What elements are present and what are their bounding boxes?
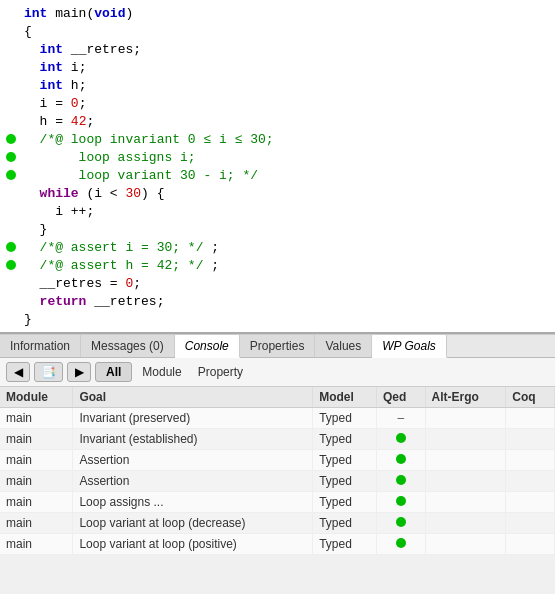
cell-goal: Invariant (preserved)	[73, 408, 313, 429]
back-icon: ◀	[14, 365, 23, 379]
back-button[interactable]: ◀	[6, 362, 30, 382]
cell-altergo	[425, 513, 506, 534]
code-text-13: }	[20, 222, 553, 237]
code-line-2: {	[0, 22, 555, 40]
col-qed: Qed	[376, 387, 425, 408]
code-line-8: /*@ loop invariant 0 ≤ i ≤ 30;	[0, 130, 555, 148]
gutter-10	[2, 170, 20, 180]
table-row: main Loop variant at loop (positive) Typ…	[0, 534, 555, 555]
gutter-8	[2, 134, 20, 144]
code-text-9: loop assigns i;	[20, 150, 553, 165]
cell-coq	[506, 408, 555, 429]
gutter-14	[2, 242, 20, 252]
code-line-15: /*@ assert h = 42; */ ;	[0, 256, 555, 274]
cell-goal: Loop variant at loop (positive)	[73, 534, 313, 555]
cell-qed	[376, 450, 425, 471]
bookmark-icon: 📑	[41, 365, 56, 379]
status-dot-15	[6, 260, 16, 270]
code-text-2: {	[20, 24, 553, 39]
code-line-11: while (i < 30) {	[0, 184, 555, 202]
cell-coq	[506, 513, 555, 534]
code-text-4: int i;	[20, 60, 553, 75]
property-label[interactable]: Property	[192, 365, 249, 379]
cell-goal: Loop assigns ...	[73, 492, 313, 513]
tab-information[interactable]: Information	[0, 335, 81, 357]
cell-coq	[506, 492, 555, 513]
qed-dot	[396, 538, 406, 548]
code-text-8: /*@ loop invariant 0 ≤ i ≤ 30;	[20, 132, 553, 147]
cell-qed	[376, 534, 425, 555]
cell-qed: –	[376, 408, 425, 429]
forward-button[interactable]: ▶	[67, 362, 91, 382]
cell-altergo	[425, 534, 506, 555]
gutter-15	[2, 260, 20, 270]
code-line-17: return __retres;	[0, 292, 555, 310]
bookmark-button[interactable]: 📑	[34, 362, 63, 382]
cell-altergo	[425, 471, 506, 492]
cell-altergo	[425, 450, 506, 471]
cell-model: Typed	[313, 429, 377, 450]
cell-module: main	[0, 471, 73, 492]
cell-coq	[506, 429, 555, 450]
cell-model: Typed	[313, 513, 377, 534]
code-line-12: i ++;	[0, 202, 555, 220]
code-line-6: i = 0;	[0, 94, 555, 112]
code-line-1: int main(void)	[0, 4, 555, 22]
code-text-7: h = 42;	[20, 114, 553, 129]
col-altergo: Alt-Ergo	[425, 387, 506, 408]
cell-goal: Loop variant at loop (decrease)	[73, 513, 313, 534]
qed-dot	[396, 517, 406, 527]
code-line-7: h = 42;	[0, 112, 555, 130]
code-line-13: }	[0, 220, 555, 238]
code-line-3: int __retres;	[0, 40, 555, 58]
cell-goal: Invariant (established)	[73, 429, 313, 450]
cell-goal: Assertion	[73, 471, 313, 492]
cell-model: Typed	[313, 450, 377, 471]
cell-altergo	[425, 492, 506, 513]
qed-dot	[396, 454, 406, 464]
tab-properties[interactable]: Properties	[240, 335, 316, 357]
code-text-1: int main(void)	[20, 6, 553, 21]
cell-model: Typed	[313, 408, 377, 429]
tab-values[interactable]: Values	[315, 335, 372, 357]
status-dot-8	[6, 134, 16, 144]
col-goal: Goal	[73, 387, 313, 408]
table-row: main Invariant (preserved) Typed –	[0, 408, 555, 429]
all-button[interactable]: All	[95, 362, 132, 382]
table-row: main Assertion Typed	[0, 450, 555, 471]
cell-coq	[506, 450, 555, 471]
cell-qed	[376, 492, 425, 513]
code-text-18: }	[20, 312, 553, 327]
qed-dot	[396, 433, 406, 443]
cell-qed	[376, 513, 425, 534]
table-row: main Invariant (established) Typed	[0, 429, 555, 450]
code-text-3: int __retres;	[20, 42, 553, 57]
dash-icon: –	[397, 411, 404, 425]
code-line-10: loop variant 30 - i; */	[0, 166, 555, 184]
tab-messages[interactable]: Messages (0)	[81, 335, 175, 357]
tab-wpgoals[interactable]: WP Goals	[372, 335, 447, 358]
code-line-16: __retres = 0;	[0, 274, 555, 292]
table-row: main Assertion Typed	[0, 471, 555, 492]
tab-bar: Information Messages (0) Console Propert…	[0, 335, 555, 358]
cell-module: main	[0, 492, 73, 513]
module-label[interactable]: Module	[136, 365, 187, 379]
cell-qed	[376, 471, 425, 492]
goals-table: Module Goal Model Qed Alt-Ergo Coq main …	[0, 387, 555, 555]
forward-icon: ▶	[75, 365, 84, 379]
cell-module: main	[0, 429, 73, 450]
cell-module: main	[0, 513, 73, 534]
cell-coq	[506, 534, 555, 555]
cell-coq	[506, 471, 555, 492]
col-model: Model	[313, 387, 377, 408]
code-line-18: }	[0, 310, 555, 328]
code-line-5: int h;	[0, 76, 555, 94]
cell-altergo	[425, 429, 506, 450]
qed-dot	[396, 475, 406, 485]
cell-model: Typed	[313, 534, 377, 555]
code-text-15: /*@ assert h = 42; */ ;	[20, 258, 553, 273]
code-text-14: /*@ assert i = 30; */ ;	[20, 240, 553, 255]
code-text-6: i = 0;	[20, 96, 553, 111]
tab-console[interactable]: Console	[175, 335, 240, 358]
code-line-4: int i;	[0, 58, 555, 76]
